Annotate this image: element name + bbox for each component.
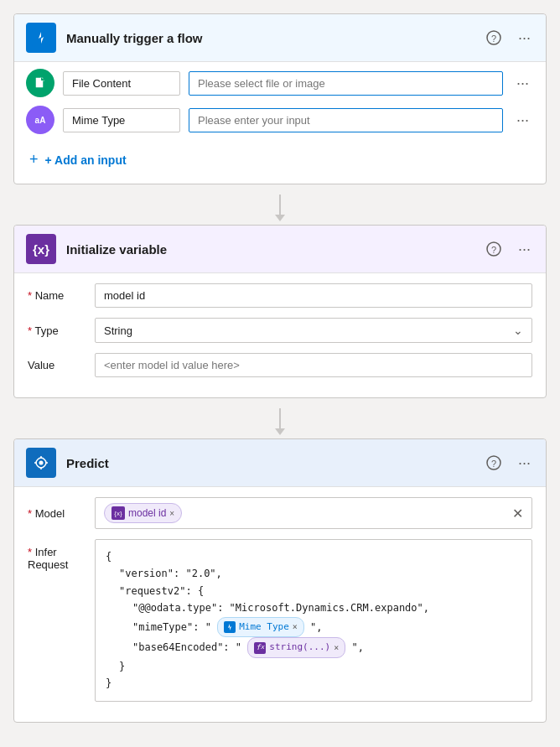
init-title: Initialize variable (66, 242, 483, 257)
predict-help-button[interactable]: ? (483, 454, 505, 472)
infer-label: * Infer Request (28, 539, 95, 571)
file-content-row: ··· (26, 69, 534, 97)
fx-tag-icon: fx (254, 642, 266, 654)
json-line-1: { (106, 548, 521, 565)
json-line-7: } (119, 658, 521, 675)
init-help-button[interactable]: ? (483, 240, 505, 258)
predict-icon (26, 448, 56, 478)
model-label: * Model (28, 507, 95, 520)
init-header: {x} Initialize variable ? ··· (14, 226, 546, 273)
predict-more-button[interactable]: ··· (515, 453, 534, 474)
predict-header: Predict ? ··· (14, 439, 546, 487)
model-field[interactable]: {x} model id × ✕ (95, 497, 532, 529)
mime-type-value[interactable] (189, 108, 503, 132)
type-row: * Type String ⌄ (28, 318, 532, 343)
svg-text:?: ? (491, 245, 496, 255)
trigger-actions: ? ··· (483, 28, 534, 49)
add-input-plus: + (29, 151, 39, 169)
svg-rect-0 (32, 29, 50, 47)
json-line-2: "version": "2.0", (119, 565, 521, 582)
file-content-more-button[interactable]: ··· (511, 73, 534, 94)
trigger-header: Manually trigger a flow ? ··· (14, 14, 546, 62)
type-select[interactable]: String ⌄ (95, 318, 532, 343)
mime-type-more-button[interactable]: ··· (511, 110, 534, 131)
model-clear-button[interactable]: ✕ (512, 506, 523, 521)
mime-suffix: ", (310, 620, 322, 632)
add-input-label: + Add an input (45, 153, 127, 167)
trigger-more-icon: ··· (518, 29, 531, 47)
svg-text:?: ? (491, 459, 496, 469)
init-icon: {x} (26, 234, 56, 264)
arrow-down-2 (275, 408, 285, 435)
arrow-down-1 (275, 195, 285, 221)
model-tag-icon: {x} (111, 506, 125, 520)
arrow-head-2 (275, 428, 285, 435)
init-icon-symbol: {x} (33, 242, 49, 257)
mime-type-tag-label: Mime Type (239, 620, 289, 635)
string-suffix: ", (351, 641, 363, 653)
arrow-line-2 (279, 408, 281, 428)
init-variable-card: {x} Initialize variable ? ··· * Name * T… (13, 225, 547, 398)
mime-type-type-icon: aA (26, 106, 54, 134)
name-row: * Name (28, 283, 532, 308)
predict-body: * Model {x} model id × ✕ * Infer Request… (14, 487, 546, 722)
predict-card: Predict ? ··· * Model {x} model id × (13, 438, 547, 723)
value-label: Value (28, 359, 95, 371)
init-actions: ? ··· (483, 239, 534, 260)
json-line-8: } (106, 675, 521, 692)
string-tag-label: string(...) (269, 640, 330, 656)
chevron-down-icon: ⌄ (513, 324, 523, 337)
json-line-5: "mimeType": " Mime Type × ", (132, 617, 521, 638)
trigger-help-button[interactable]: ? (483, 29, 505, 47)
model-tag: {x} model id × (104, 503, 182, 523)
connector-2 (13, 405, 547, 438)
add-input-button[interactable]: + + Add an input (26, 143, 130, 172)
json-line-3: "requestv2": { (119, 583, 521, 599)
trigger-icon (26, 23, 56, 53)
init-more-button[interactable]: ··· (515, 239, 534, 260)
json-line-4: "@@odata.type": "Microsoft.Dynamics.CRM.… (132, 599, 521, 616)
infer-row: * Infer Request { "version": "2.0", "req… (28, 539, 532, 702)
file-content-type-icon (26, 69, 54, 97)
file-content-value[interactable] (189, 71, 503, 96)
trigger-body: ··· aA ··· + + Add an input (14, 62, 546, 184)
string-inline-tag: fx string(...) × (247, 637, 345, 658)
svg-text:?: ? (491, 34, 496, 44)
connector-1 (13, 191, 547, 225)
model-row: * Model {x} model id × ✕ (28, 497, 532, 529)
arrow-line-1 (279, 195, 281, 215)
mime-type-inline-tag: Mime Type × (217, 617, 304, 638)
mime-type-tag-close[interactable]: × (293, 620, 298, 634)
value-input[interactable] (95, 353, 532, 377)
predict-title: Predict (66, 456, 483, 470)
name-input[interactable] (95, 283, 532, 308)
trigger-card: Manually trigger a flow ? ··· (13, 13, 547, 184)
mime-type-label[interactable] (63, 108, 180, 132)
value-row: Value (28, 353, 532, 377)
svg-point-8 (39, 461, 44, 465)
file-content-label[interactable] (63, 71, 180, 96)
type-value: String (104, 324, 132, 337)
mime-type-tag-icon (224, 621, 236, 633)
json-field[interactable]: { "version": "2.0", "requestv2": { "@@od… (95, 539, 532, 702)
trigger-title: Manually trigger a flow (66, 31, 483, 45)
name-label: * Name (28, 289, 95, 302)
model-tag-close[interactable]: × (169, 509, 174, 518)
predict-actions: ? ··· (483, 453, 534, 474)
init-body: * Name * Type String ⌄ Value (14, 273, 546, 397)
trigger-more-button[interactable]: ··· (515, 28, 534, 49)
arrow-head-1 (275, 215, 285, 221)
string-tag-close[interactable]: × (334, 641, 339, 655)
model-tag-label: model id (128, 507, 166, 519)
mime-type-row: aA ··· (26, 106, 534, 134)
type-label: * Type (28, 324, 95, 337)
json-line-6: "base64Encoded": " fx string(...) × ", (132, 637, 521, 658)
